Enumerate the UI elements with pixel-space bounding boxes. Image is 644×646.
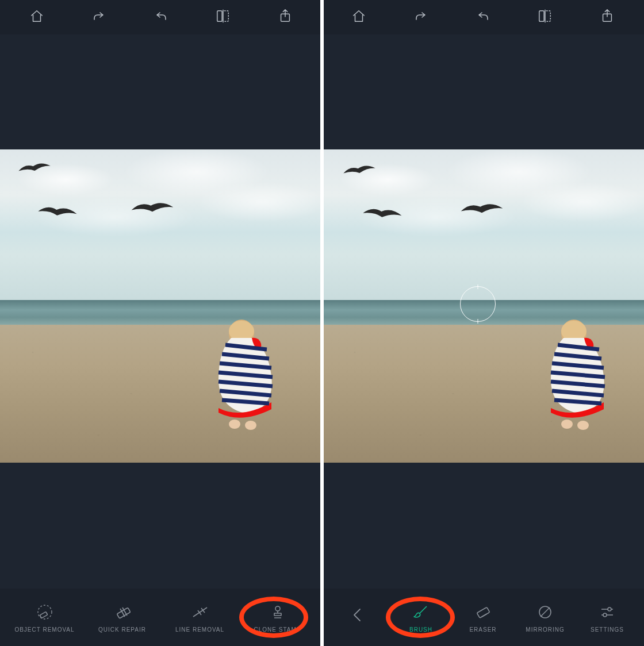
tool-label: QUICK REPAIR	[98, 626, 146, 633]
tool-eraser[interactable]: ERASER	[457, 602, 509, 633]
home-icon	[351, 9, 366, 26]
pane-divider	[320, 0, 324, 646]
tool-settings[interactable]: SETTINGS	[581, 602, 633, 633]
home-button[interactable]	[347, 6, 370, 29]
share-icon	[278, 9, 293, 26]
child-figure	[207, 316, 276, 431]
tool-label: LINE REMOVAL	[175, 626, 224, 633]
pane-right: BRUSH ERASER MIRRORING SETTINGS	[322, 0, 644, 646]
image-canvas[interactable]	[322, 34, 644, 589]
bird-3	[130, 198, 175, 220]
tool-mirroring[interactable]: MIRRORING	[519, 602, 571, 633]
undo-button[interactable]	[409, 6, 432, 29]
tool-label: BRUSH	[409, 626, 432, 633]
child-figure	[539, 316, 608, 431]
redo-icon	[476, 9, 490, 26]
mirroring-icon	[535, 602, 555, 622]
quick-repair-icon	[113, 602, 132, 622]
share-button[interactable]	[596, 6, 619, 29]
share-icon	[600, 9, 615, 26]
settings-icon	[597, 602, 617, 622]
tool-label: ERASER	[469, 626, 496, 633]
pane-left: OBJECT REMOVAL QUICK REPAIR LINE REMOVAL…	[0, 0, 322, 646]
tool-bar: OBJECT REMOVAL QUICK REPAIR LINE REMOVAL…	[0, 589, 322, 646]
object-removal-icon	[35, 602, 55, 622]
undo-icon	[413, 9, 428, 26]
redo-button[interactable]	[471, 6, 494, 29]
edited-photo	[322, 149, 644, 463]
bird-3	[459, 199, 504, 221]
bird-1	[17, 158, 52, 178]
compare-button[interactable]	[534, 6, 557, 29]
clone-stamp-icon	[268, 602, 288, 622]
topbar	[322, 0, 644, 34]
share-button[interactable]	[274, 6, 297, 29]
eraser-icon	[473, 602, 493, 622]
tool-bar: BRUSH ERASER MIRRORING SETTINGS	[322, 589, 644, 646]
tool-quick-repair[interactable]: QUICK REPAIR	[85, 602, 160, 633]
back-button[interactable]	[333, 605, 385, 629]
tool-object-removal[interactable]: OBJECT REMOVAL	[7, 602, 82, 633]
tool-brush[interactable]: BRUSH	[395, 602, 447, 633]
compare-icon	[216, 9, 231, 26]
compare-button[interactable]	[212, 6, 235, 29]
clone-stamp-cursor[interactable]	[460, 286, 496, 322]
bird-1	[342, 160, 377, 180]
image-canvas[interactable]	[0, 34, 322, 589]
tool-line-removal[interactable]: LINE REMOVAL	[163, 602, 237, 633]
tool-label: SETTINGS	[591, 626, 624, 633]
redo-icon	[154, 9, 168, 26]
topbar	[0, 0, 322, 34]
tool-label: OBJECT REMOVAL	[14, 626, 74, 633]
redo-button[interactable]	[150, 6, 172, 29]
undo-button[interactable]	[87, 6, 110, 29]
home-icon	[29, 9, 44, 26]
back-icon	[349, 605, 369, 625]
brush-icon	[411, 602, 431, 622]
tool-label: CLONE STAMP	[254, 626, 301, 633]
tool-label: MIRRORING	[526, 626, 564, 633]
undo-icon	[91, 9, 106, 26]
line-removal-icon	[190, 602, 210, 622]
home-button[interactable]	[25, 6, 48, 29]
edited-photo	[0, 149, 328, 463]
tool-clone-stamp[interactable]: CLONE STAMP	[240, 602, 315, 633]
compare-icon	[538, 9, 553, 26]
